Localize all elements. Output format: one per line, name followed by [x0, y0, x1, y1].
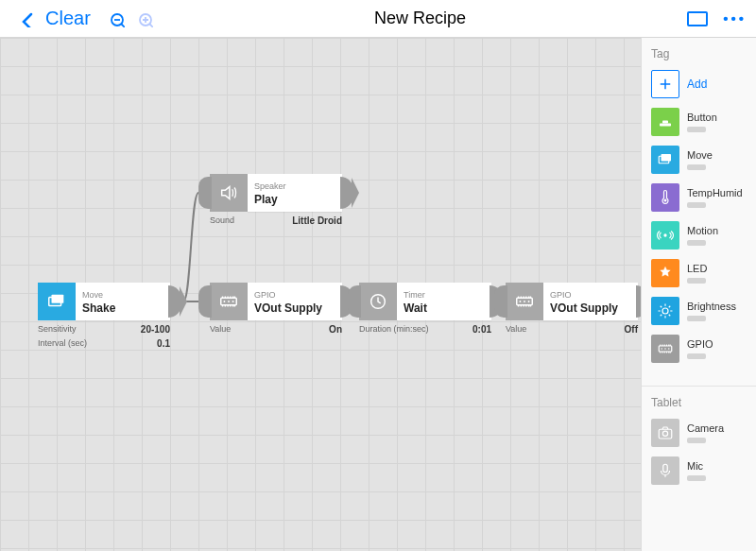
- side-label: TempHumid: [687, 187, 743, 199]
- tablet-item-mic[interactable]: Mic: [651, 456, 748, 485]
- node-params: ValueOff: [506, 322, 638, 336]
- param-value: Little Droid: [292, 215, 342, 226]
- node-vout-supply[interactable]: GPIO VOut Supply ValueOff: [506, 283, 638, 336]
- more-button[interactable]: •••: [723, 10, 747, 26]
- gpio-icon: [210, 283, 248, 320]
- input-jack[interactable]: [348, 285, 361, 318]
- node-name: Wait: [404, 301, 485, 315]
- node-category: Speaker: [254, 182, 335, 191]
- side-sub: [687, 240, 706, 246]
- mic-icon: [651, 456, 679, 485]
- node-name: Play: [254, 193, 335, 206]
- back-button[interactable]: [9, 10, 42, 27]
- node-shake[interactable]: Move Shake Sensitivity20-100Interval (se…: [38, 283, 170, 351]
- node-body: GPIO VOut Supply: [543, 283, 638, 320]
- node-wait[interactable]: Timer Wait Duration (min:sec)0:01: [359, 283, 491, 336]
- tablet-item-camera[interactable]: Camera: [651, 419, 748, 447]
- input-jack[interactable]: [494, 285, 507, 318]
- motion-icon: [651, 221, 679, 250]
- side-label: LED: [687, 263, 707, 275]
- side-sub: [687, 353, 706, 359]
- param-row[interactable]: SoundLittle Droid: [210, 214, 342, 228]
- clock-icon: [359, 283, 397, 320]
- node-body: Move Shake: [76, 283, 170, 320]
- sun-icon: [651, 297, 679, 325]
- param-row[interactable]: ValueOn: [210, 322, 342, 336]
- node-category: GPIO: [550, 291, 631, 300]
- node-category: Timer: [404, 291, 485, 300]
- side-sub: [687, 127, 706, 132]
- node-body: GPIO VOut Supply: [248, 283, 342, 320]
- param-value: On: [329, 324, 342, 335]
- input-jack[interactable]: [198, 285, 212, 318]
- side-sub: [687, 202, 706, 208]
- node-name: VOut Supply: [550, 301, 631, 315]
- move-icon: [651, 146, 679, 174]
- thermo-icon: [651, 183, 679, 212]
- side-sub: [687, 278, 706, 284]
- param-row[interactable]: ValueOff: [506, 322, 638, 336]
- node-category: Move: [82, 291, 163, 300]
- side-sub: [687, 316, 706, 321]
- node-params: Duration (min:sec)0:01: [359, 322, 491, 336]
- param-row[interactable]: Duration (min:sec)0:01: [359, 322, 491, 336]
- tag-item-gpio[interactable]: GPIO: [651, 335, 748, 363]
- param-key: Value: [506, 324, 526, 335]
- sidebar-add[interactable]: Add: [651, 70, 748, 98]
- sidebar-section-tablet: Tablet Camera Mic: [642, 387, 756, 508]
- side-sub: [687, 438, 706, 443]
- side-label: Move: [687, 149, 713, 162]
- sidebar-title-tablet: Tablet: [651, 396, 748, 409]
- side-label: Motion: [687, 225, 718, 237]
- node-name: Shake: [82, 301, 163, 315]
- maximize-icon: [687, 11, 708, 26]
- zoom-out-button[interactable]: [108, 10, 125, 27]
- param-value: Off: [625, 324, 638, 335]
- tag-item-move[interactable]: Move: [651, 146, 748, 174]
- node-body: Speaker Play: [248, 174, 342, 212]
- output-jack[interactable]: [168, 285, 181, 318]
- side-label: Mic: [687, 460, 706, 473]
- param-value: 20-100: [141, 324, 170, 335]
- side-sub: [687, 164, 706, 170]
- param-row[interactable]: Interval (sec)0.1: [38, 336, 170, 351]
- zoom-in-button[interactable]: [136, 10, 153, 27]
- camera-icon: [651, 419, 679, 447]
- tag-item-button[interactable]: Button: [651, 108, 748, 136]
- wire: [183, 193, 198, 301]
- page-title: New Recipe: [153, 9, 687, 28]
- side-label: Camera: [687, 422, 724, 435]
- output-jack[interactable]: [340, 177, 353, 209]
- side-label: Button: [687, 112, 717, 124]
- param-value: 0:01: [472, 324, 491, 335]
- tag-item-temphumid[interactable]: TempHumid: [651, 183, 748, 212]
- param-row[interactable]: Sensitivity20-100: [38, 322, 170, 336]
- tag-item-brightness[interactable]: Brightness: [651, 297, 748, 325]
- input-jack[interactable]: [198, 177, 212, 209]
- node-params: Sensitivity20-100Interval (sec)0.1: [38, 322, 170, 351]
- tag-item-led[interactable]: LED: [651, 259, 748, 287]
- param-value: 0.1: [157, 338, 170, 349]
- canvas[interactable]: Move Shake Sensitivity20-100Interval (se…: [0, 38, 641, 551]
- sidebar: Tag Add Button Move TempHumid Motion LED…: [641, 38, 756, 551]
- plus-icon: [651, 70, 679, 98]
- node-params: ValueOn: [210, 322, 342, 336]
- side-label: GPIO: [687, 338, 713, 351]
- led-icon: [651, 259, 679, 287]
- node-vout-supply[interactable]: GPIO VOut Supply ValueOn: [210, 283, 342, 336]
- sidebar-title-tag: Tag: [651, 47, 748, 60]
- add-label: Add: [687, 77, 707, 91]
- side-label: Brightness: [687, 301, 736, 313]
- param-key: Value: [210, 324, 231, 335]
- clear-button[interactable]: Clear: [45, 8, 91, 29]
- button-icon: [651, 108, 679, 136]
- node-body: Timer Wait: [397, 283, 491, 320]
- tag-item-motion[interactable]: Motion: [651, 221, 748, 250]
- gpio-icon: [651, 335, 679, 363]
- maximize-button[interactable]: [687, 11, 723, 26]
- param-key: Duration (min:sec): [359, 324, 429, 335]
- gpio-icon: [506, 283, 543, 320]
- side-sub: [687, 475, 706, 481]
- node-play[interactable]: Speaker Play SoundLittle Droid: [210, 174, 342, 228]
- output-jack[interactable]: [636, 285, 641, 318]
